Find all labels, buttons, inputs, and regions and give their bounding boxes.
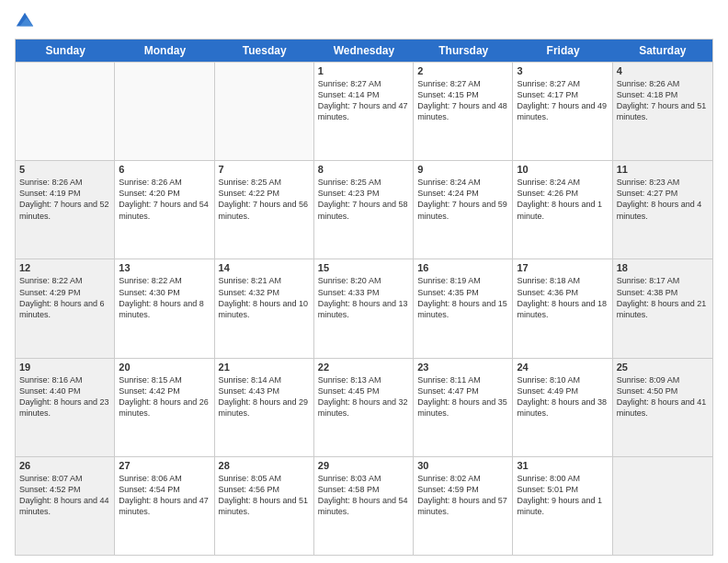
page: SundayMondayTuesdayWednesdayThursdayFrid… [0, 0, 728, 563]
cell-text: Sunrise: 8:26 AM Sunset: 4:20 PM Dayligh… [119, 177, 210, 222]
cal-cell-week3-day5: 16Sunrise: 8:19 AM Sunset: 4:35 PM Dayli… [414, 259, 513, 357]
day-number: 1 [318, 65, 409, 76]
cal-cell-week2-day7: 11Sunrise: 8:23 AM Sunset: 4:27 PM Dayli… [613, 161, 712, 259]
cal-week-2: 5Sunrise: 8:26 AM Sunset: 4:19 PM Daylig… [16, 160, 712, 259]
day-number: 6 [119, 164, 210, 175]
day-number: 27 [119, 460, 210, 471]
cell-text: Sunrise: 8:20 AM Sunset: 4:33 PM Dayligh… [318, 275, 409, 320]
cell-text: Sunrise: 8:18 AM Sunset: 4:36 PM Dayligh… [517, 275, 608, 320]
day-number: 8 [318, 164, 409, 175]
cal-header-monday: Monday [115, 40, 214, 62]
day-number: 7 [219, 164, 310, 175]
cal-cell-week1-day6: 3Sunrise: 8:27 AM Sunset: 4:17 PM Daylig… [513, 63, 612, 160]
day-number: 15 [318, 262, 409, 273]
cell-text: Sunrise: 8:13 AM Sunset: 4:45 PM Dayligh… [318, 374, 409, 419]
cal-header-tuesday: Tuesday [215, 40, 314, 62]
cell-text: Sunrise: 8:27 AM Sunset: 4:14 PM Dayligh… [318, 78, 409, 123]
cal-cell-week2-day1: 5Sunrise: 8:26 AM Sunset: 4:19 PM Daylig… [16, 161, 115, 259]
cal-cell-week1-day5: 2Sunrise: 8:27 AM Sunset: 4:15 PM Daylig… [414, 63, 513, 160]
day-number: 19 [19, 362, 110, 373]
cell-text: Sunrise: 8:22 AM Sunset: 4:30 PM Dayligh… [119, 275, 210, 320]
cell-text: Sunrise: 8:05 AM Sunset: 4:56 PM Dayligh… [219, 473, 310, 518]
day-number: 3 [517, 65, 608, 76]
day-number: 9 [417, 164, 508, 175]
cell-text: Sunrise: 8:16 AM Sunset: 4:40 PM Dayligh… [19, 374, 110, 419]
day-number: 31 [517, 460, 608, 471]
logo-icon [15, 11, 35, 31]
day-number: 17 [517, 262, 608, 273]
cal-cell-week1-day3 [215, 63, 314, 160]
calendar-body: 1Sunrise: 8:27 AM Sunset: 4:14 PM Daylig… [16, 62, 712, 555]
cell-text: Sunrise: 8:17 AM Sunset: 4:38 PM Dayligh… [617, 275, 709, 320]
cell-text: Sunrise: 8:23 AM Sunset: 4:27 PM Dayligh… [617, 177, 709, 222]
cal-cell-week1-day7: 4Sunrise: 8:26 AM Sunset: 4:18 PM Daylig… [613, 63, 712, 160]
cell-text: Sunrise: 8:27 AM Sunset: 4:17 PM Dayligh… [517, 78, 608, 123]
calendar-header-row: SundayMondayTuesdayWednesdayThursdayFrid… [16, 40, 712, 62]
day-number: 18 [617, 262, 709, 273]
cal-cell-week2-day2: 6Sunrise: 8:26 AM Sunset: 4:20 PM Daylig… [115, 161, 214, 259]
day-number: 21 [219, 362, 310, 373]
day-number: 29 [318, 460, 409, 471]
cell-text: Sunrise: 8:19 AM Sunset: 4:35 PM Dayligh… [417, 275, 508, 320]
cal-header-wednesday: Wednesday [314, 40, 414, 62]
day-number: 2 [417, 65, 508, 76]
cell-text: Sunrise: 8:22 AM Sunset: 4:29 PM Dayligh… [19, 275, 110, 320]
cal-cell-week3-day1: 12Sunrise: 8:22 AM Sunset: 4:29 PM Dayli… [16, 259, 115, 357]
day-number: 4 [617, 65, 709, 76]
cell-text: Sunrise: 8:09 AM Sunset: 4:50 PM Dayligh… [617, 374, 709, 419]
cal-cell-week4-day1: 19Sunrise: 8:16 AM Sunset: 4:40 PM Dayli… [16, 359, 115, 456]
day-number: 25 [617, 362, 709, 373]
cal-cell-week4-day3: 21Sunrise: 8:14 AM Sunset: 4:43 PM Dayli… [215, 359, 314, 456]
cal-cell-week5-day5: 30Sunrise: 8:02 AM Sunset: 4:59 PM Dayli… [414, 457, 513, 555]
calendar: SundayMondayTuesdayWednesdayThursdayFrid… [15, 39, 713, 556]
day-number: 23 [417, 362, 508, 373]
cal-cell-week3-day3: 14Sunrise: 8:21 AM Sunset: 4:32 PM Dayli… [215, 259, 314, 357]
cell-text: Sunrise: 8:15 AM Sunset: 4:42 PM Dayligh… [119, 374, 210, 419]
cal-header-saturday: Saturday [613, 40, 712, 62]
cal-cell-week5-day4: 29Sunrise: 8:03 AM Sunset: 4:58 PM Dayli… [314, 457, 414, 555]
cal-cell-week1-day1 [16, 63, 115, 160]
day-number: 14 [219, 262, 310, 273]
cal-cell-week5-day3: 28Sunrise: 8:05 AM Sunset: 4:56 PM Dayli… [215, 457, 314, 555]
cell-text: Sunrise: 8:07 AM Sunset: 4:52 PM Dayligh… [19, 473, 110, 518]
day-number: 20 [119, 362, 210, 373]
cal-cell-week4-day2: 20Sunrise: 8:15 AM Sunset: 4:42 PM Dayli… [115, 359, 214, 456]
logo [15, 11, 39, 31]
cell-text: Sunrise: 8:14 AM Sunset: 4:43 PM Dayligh… [219, 374, 310, 419]
day-number: 11 [617, 164, 709, 175]
header [15, 11, 713, 31]
cell-text: Sunrise: 8:06 AM Sunset: 4:54 PM Dayligh… [119, 473, 210, 518]
cal-cell-week2-day6: 10Sunrise: 8:24 AM Sunset: 4:26 PM Dayli… [513, 161, 612, 259]
cell-text: Sunrise: 8:21 AM Sunset: 4:32 PM Dayligh… [219, 275, 310, 320]
cal-cell-week1-day2 [115, 63, 214, 160]
cal-cell-week2-day3: 7Sunrise: 8:25 AM Sunset: 4:22 PM Daylig… [215, 161, 314, 259]
cal-cell-week3-day7: 18Sunrise: 8:17 AM Sunset: 4:38 PM Dayli… [613, 259, 712, 357]
cal-cell-week4-day6: 24Sunrise: 8:10 AM Sunset: 4:49 PM Dayli… [513, 359, 612, 456]
cal-cell-week4-day5: 23Sunrise: 8:11 AM Sunset: 4:47 PM Dayli… [414, 359, 513, 456]
day-number: 30 [417, 460, 508, 471]
cal-cell-week5-day2: 27Sunrise: 8:06 AM Sunset: 4:54 PM Dayli… [115, 457, 214, 555]
cal-week-1: 1Sunrise: 8:27 AM Sunset: 4:14 PM Daylig… [16, 62, 712, 160]
cal-cell-week2-day4: 8Sunrise: 8:25 AM Sunset: 4:23 PM Daylig… [314, 161, 414, 259]
cal-week-5: 26Sunrise: 8:07 AM Sunset: 4:52 PM Dayli… [16, 456, 712, 555]
cal-week-4: 19Sunrise: 8:16 AM Sunset: 4:40 PM Dayli… [16, 358, 712, 456]
cal-cell-week5-day7 [613, 457, 712, 555]
cal-week-3: 12Sunrise: 8:22 AM Sunset: 4:29 PM Dayli… [16, 259, 712, 357]
cal-header-thursday: Thursday [414, 40, 513, 62]
day-number: 28 [219, 460, 310, 471]
day-number: 12 [19, 262, 110, 273]
cell-text: Sunrise: 8:03 AM Sunset: 4:58 PM Dayligh… [318, 473, 409, 518]
cal-cell-week5-day1: 26Sunrise: 8:07 AM Sunset: 4:52 PM Dayli… [16, 457, 115, 555]
cal-cell-week3-day6: 17Sunrise: 8:18 AM Sunset: 4:36 PM Dayli… [513, 259, 612, 357]
cell-text: Sunrise: 8:26 AM Sunset: 4:18 PM Dayligh… [617, 78, 709, 123]
day-number: 26 [19, 460, 110, 471]
cal-cell-week5-day6: 31Sunrise: 8:00 AM Sunset: 5:01 PM Dayli… [513, 457, 612, 555]
cell-text: Sunrise: 8:10 AM Sunset: 4:49 PM Dayligh… [517, 374, 608, 419]
cal-cell-week4-day7: 25Sunrise: 8:09 AM Sunset: 4:50 PM Dayli… [613, 359, 712, 456]
cal-cell-week2-day5: 9Sunrise: 8:24 AM Sunset: 4:24 PM Daylig… [414, 161, 513, 259]
cell-text: Sunrise: 8:25 AM Sunset: 4:22 PM Dayligh… [219, 177, 310, 222]
cell-text: Sunrise: 8:25 AM Sunset: 4:23 PM Dayligh… [318, 177, 409, 222]
cell-text: Sunrise: 8:27 AM Sunset: 4:15 PM Dayligh… [417, 78, 508, 123]
cell-text: Sunrise: 8:00 AM Sunset: 5:01 PM Dayligh… [517, 473, 608, 518]
cal-cell-week1-day4: 1Sunrise: 8:27 AM Sunset: 4:14 PM Daylig… [314, 63, 414, 160]
